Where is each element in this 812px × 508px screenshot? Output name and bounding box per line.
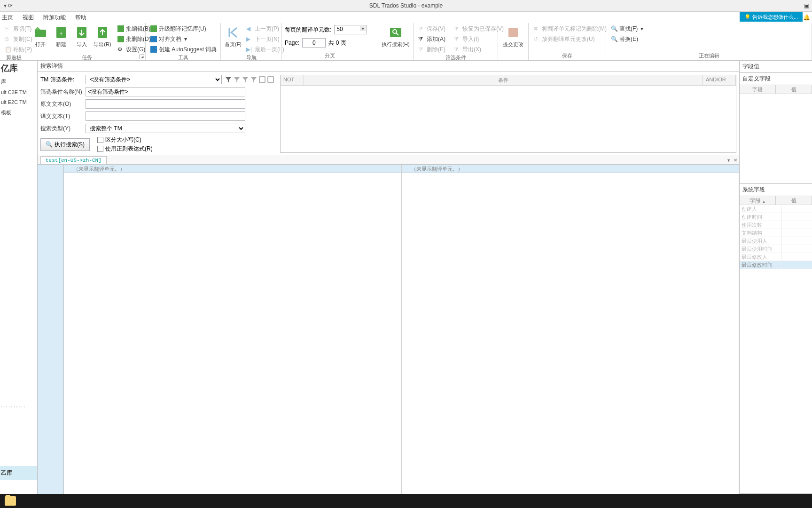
prev-page-button[interactable]: ◀上一页(P) (244, 24, 286, 33)
commit-icon (506, 25, 521, 40)
filter-restore-button[interactable]: ⧩恢复为已保存(V) (452, 24, 506, 33)
svg-rect-14 (259, 77, 265, 82)
grid-gutter (38, 165, 64, 494)
center-panel: 搜索详情 TM 筛选条件: <没有筛选条件> 筛选条件名称(N) 原 (38, 61, 739, 494)
filter-icon-6[interactable] (267, 76, 274, 83)
sys-row[interactable]: 最后使用时间 (740, 245, 812, 253)
align-docs-button[interactable]: 对齐文档▾ (148, 34, 219, 44)
filter-add-button[interactable]: ⧩添加(A) (416, 34, 447, 44)
filter-icon-5[interactable] (258, 76, 266, 83)
filter-save-button[interactable]: ⧩保存(V) (416, 24, 447, 33)
sys-row[interactable]: 创建时间 (740, 213, 812, 221)
sys-row[interactable]: 使用次数 (740, 221, 812, 229)
last-page-button[interactable]: ▶|最后一页(L) (244, 45, 286, 54)
new-button[interactable]: +新建 (52, 24, 70, 49)
grid-source-empty: （未显示翻译单元。） (64, 165, 401, 173)
sys-col-value: 值 (776, 196, 812, 205)
left-footer[interactable]: 乙库 (0, 466, 37, 480)
grid-target-col: （未显示翻译单元。） (402, 165, 740, 494)
open-icon (33, 25, 48, 40)
commit-button[interactable]: 提交更改 (501, 24, 525, 49)
translation-grid: （未显示翻译单元。） （未显示翻译单元。） (38, 165, 739, 494)
discard-button[interactable]: ↺放弃翻译单元更改(U) (531, 34, 609, 44)
left-tm-2[interactable]: ult E2C TM (0, 97, 37, 107)
first-icon (226, 25, 241, 40)
import-button[interactable]: 导入 (72, 24, 91, 49)
target-text-label: 译文文本(T) (40, 112, 83, 120)
units-per-page-combo[interactable]: 50 (334, 25, 367, 34)
regex-check[interactable]: 使用正则表达式(R) (97, 145, 153, 153)
tab-test[interactable]: test[en-US->zh-CN] (40, 156, 107, 164)
paste-icon: 📋 (5, 46, 11, 53)
filter-icon-1[interactable] (225, 76, 232, 83)
source-text-input[interactable] (86, 99, 245, 109)
prev-icon: ◀ (246, 25, 253, 32)
funnel-delete-icon: ⧩ (418, 46, 425, 53)
restore-icon[interactable]: ▣ (804, 2, 809, 9)
search-type-label: 搜索类型(Y) (40, 125, 83, 133)
left-tm-1[interactable]: ult C2E TM (0, 87, 37, 97)
left-templates[interactable]: 模板 (0, 107, 37, 119)
upgrade-icon (150, 25, 157, 32)
system-fields-body: 创建人 创建时间 使用次数 文档结构 最后使用人 最后使用时间 最后修改人 最后… (740, 205, 812, 269)
tab-close-icon[interactable]: ✕ (732, 158, 739, 163)
next-page-button[interactable]: ▶下一页(N) (244, 34, 286, 44)
cond-col-andor: AND/OR (703, 75, 736, 85)
execute-search-button[interactable]: 执行搜索(H) (381, 24, 410, 49)
left-item-lib[interactable]: 库 (0, 76, 37, 87)
execute-search-btn[interactable]: 🔍执行搜索(S) (40, 138, 90, 151)
file-explorer-icon[interactable] (5, 496, 16, 506)
new-icon: + (54, 25, 69, 40)
tab-dropdown-icon[interactable]: ▾ (726, 158, 732, 163)
source-text-label: 原文文本(O) (40, 100, 83, 108)
sys-row[interactable]: 文档结构 (740, 229, 812, 237)
quick-access[interactable]: ▾ ⟳ (4, 2, 13, 9)
sys-row[interactable]: 最后使用人 (740, 237, 812, 245)
mark-delete-icon: ✖ (533, 25, 540, 32)
svg-rect-6 (117, 36, 124, 42)
case-sensitive-check[interactable]: 区分大小写(C) (97, 136, 153, 144)
filter-name-label: 筛选条件名称(N) (40, 88, 83, 96)
svg-rect-15 (268, 77, 273, 82)
first-page-button[interactable]: 首页(F) (224, 24, 242, 49)
tm-filter-combo[interactable]: <没有筛选条件> (86, 75, 222, 84)
funnel-restore-icon: ⧩ (454, 25, 461, 32)
search-details-header: 搜索详情 (38, 61, 739, 72)
filter-delete-button[interactable]: ⧩删除(E) (416, 45, 447, 54)
tm-filter-label: TM 筛选条件: (40, 76, 83, 84)
replace-button[interactable]: 🔍替换(E) (609, 34, 645, 44)
sys-row[interactable]: 最后修改人 (740, 253, 812, 261)
autosuggest-button[interactable]: 创建 AutoSuggest 词典 (148, 45, 219, 54)
filter-icon-3[interactable] (242, 76, 249, 83)
open-button[interactable]: 打开 (31, 24, 50, 49)
menu-help[interactable]: 帮助 (75, 14, 86, 22)
filter-import-button[interactable]: ⧩导入(I) (452, 34, 481, 44)
page-input[interactable] (302, 38, 326, 48)
filter-name-input[interactable] (86, 87, 245, 96)
sys-row[interactable]: 最后修改时间 (740, 261, 812, 269)
notification-icon[interactable]: 🔔 (803, 14, 810, 21)
upgrade-tm-button[interactable]: 升级翻译记忆库(U) (148, 24, 219, 33)
export-button[interactable]: 导出(R) (93, 24, 112, 49)
funnel-save-icon: ⧩ (418, 25, 425, 32)
svg-rect-7 (150, 25, 157, 32)
tell-me-box[interactable]: 告诉我您想做什么... (740, 12, 803, 22)
target-text-input[interactable] (86, 111, 245, 121)
menu-view[interactable]: 视图 (23, 14, 34, 22)
sys-row[interactable]: 创建人 (740, 205, 812, 213)
find-button[interactable]: 🔍查找(F)▾ (609, 24, 645, 33)
menu-home[interactable]: 主页 (2, 14, 13, 22)
filter-icon-2[interactable] (233, 76, 241, 83)
menu-addins[interactable]: 附加功能 (43, 14, 66, 22)
mark-delete-button[interactable]: ✖将翻译单元标记为删除(M) (531, 24, 609, 33)
svg-text:+: + (59, 30, 62, 37)
discard-icon: ↺ (533, 36, 540, 42)
tasks-launcher[interactable]: ◢ (140, 55, 144, 59)
batch-delete-icon (117, 36, 124, 42)
grid-target-empty: （未显示翻译单元。） (402, 165, 739, 173)
filter-export-button[interactable]: ⧩导出(X) (452, 45, 483, 54)
search-type-combo[interactable]: 搜索整个 TM (86, 124, 245, 133)
filter-icon-4[interactable] (250, 76, 258, 83)
funnel-import-icon: ⧩ (454, 36, 461, 42)
group-filter: 筛选条件 (416, 54, 495, 62)
